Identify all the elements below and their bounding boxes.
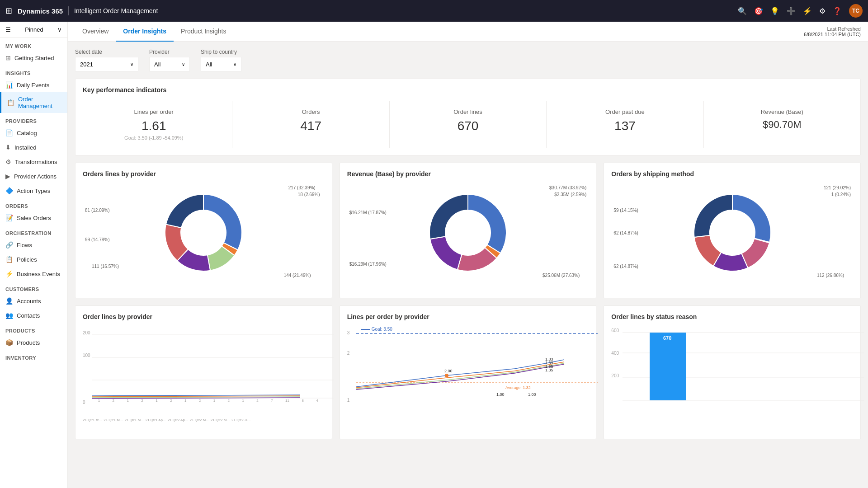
user-avatar[interactable]: TC bbox=[849, 4, 863, 18]
line-chart-2-area: Goal: 3.50 3 2 1 bbox=[347, 326, 589, 416]
date-dropdown-icon: ∨ bbox=[130, 62, 133, 67]
last-refreshed: Last Refreshed 6/8/2021 11:04 PM (UTC) bbox=[804, 26, 861, 37]
accounts-icon: 👤 bbox=[5, 297, 13, 305]
line-chart-1-svg bbox=[92, 328, 334, 405]
policies-label: Policies bbox=[17, 256, 37, 263]
sidebar-item-daily-events[interactable]: 📊 Daily Events bbox=[0, 78, 67, 92]
daily-events-icon: 📊 bbox=[5, 81, 13, 89]
help-icon[interactable]: 💡 bbox=[770, 7, 779, 15]
installed-label: Installed bbox=[14, 144, 36, 151]
tab-overview[interactable]: Overview bbox=[75, 22, 116, 42]
layout: ☰ Pinned ∨ My work ⊞ Getting Started Ins… bbox=[0, 22, 868, 488]
sidebar-item-provider-actions[interactable]: ▶ Provider Actions bbox=[0, 169, 67, 183]
accounts-label: Accounts bbox=[17, 298, 41, 305]
sidebar-item-order-management[interactable]: 📋 Order Management bbox=[0, 92, 67, 113]
sidebar-item-action-types[interactable]: 🔷 Action Types bbox=[0, 183, 67, 198]
question-icon[interactable]: ❓ bbox=[833, 7, 842, 15]
svg-text:670: 670 bbox=[663, 335, 671, 341]
chart-lines-per-order-provider: Lines per order by provider Goal: 3.50 3… bbox=[340, 305, 597, 439]
svg-text:1.35: 1.35 bbox=[545, 368, 553, 372]
getting-started-label: Getting Started bbox=[14, 55, 54, 61]
kpi-order-past-due: Order past due 137 bbox=[547, 101, 703, 148]
donut3-label-2: 1 (0.24%) bbox=[831, 192, 851, 197]
sidebar-item-accounts[interactable]: 👤 Accounts bbox=[0, 294, 67, 308]
kpi-title: Key performance indicators bbox=[75, 86, 860, 101]
search-icon[interactable]: 🔍 bbox=[738, 7, 747, 15]
main-content: Overview Order Insights Product Insights… bbox=[68, 22, 868, 488]
sidebar-item-business-events[interactable]: ⚡ Business Events bbox=[0, 267, 67, 281]
bar-chart-area: 600 400 200 670 bbox=[611, 326, 853, 416]
chart-revenue-by-provider: Revenue (Base) by provider $30.77M (33.9… bbox=[340, 163, 597, 298]
content-area: Select date 2021 ∨ Provider All ∨ Ship t… bbox=[68, 42, 868, 488]
svg-point-6 bbox=[445, 374, 448, 377]
transformations-label: Transformations bbox=[15, 159, 57, 165]
donut2-label-2: $2.35M (2.59%) bbox=[554, 192, 586, 197]
filter-icon[interactable]: ⚡ bbox=[803, 7, 812, 15]
svg-text:2.00: 2.00 bbox=[444, 369, 453, 373]
provider-actions-label: Provider Actions bbox=[14, 173, 57, 180]
tab-order-insights[interactable]: Order Insights bbox=[116, 22, 174, 42]
kpi-order-lines: Order lines 670 bbox=[390, 101, 547, 148]
filter-provider-value: All bbox=[154, 61, 160, 68]
donut3-label-3: 59 (14.15%) bbox=[613, 208, 638, 213]
nav-icons: 🔍 🎯 💡 ➕ ⚡ ⚙ ❓ TC bbox=[738, 4, 863, 18]
flows-icon: 🔗 bbox=[5, 241, 13, 249]
products-label: Products bbox=[17, 339, 40, 346]
chart-order-lines-status: Order lines by status reason 600 400 200 bbox=[604, 305, 861, 439]
provider-actions-icon: ▶ bbox=[5, 173, 10, 180]
hamburger-icon[interactable]: ☰ bbox=[5, 26, 11, 33]
chart-order-lines-provider: Order lines by provider 200 100 0 bbox=[75, 305, 332, 439]
sidebar-item-installed[interactable]: ⬇ Installed bbox=[0, 140, 67, 155]
getting-started-icon: ⊞ bbox=[5, 54, 11, 61]
last-refreshed-label: Last Refreshed bbox=[804, 26, 861, 32]
donut1-label-4: 99 (14.78%) bbox=[85, 237, 109, 242]
filter-provider-select[interactable]: All ∨ bbox=[149, 57, 190, 71]
y-label-200: 200 bbox=[83, 330, 90, 335]
donut2-label-3: $16.21M (17.87%) bbox=[349, 210, 387, 215]
flows-label: Flows bbox=[17, 242, 32, 249]
sidebar-item-contacts[interactable]: 👥 Contacts bbox=[0, 308, 67, 323]
settings-icon[interactable]: ⚙ bbox=[819, 7, 826, 15]
section-customers: Customers bbox=[0, 281, 67, 294]
app-title: Intelligent Order Management bbox=[74, 7, 158, 14]
action-types-label: Action Types bbox=[17, 188, 50, 194]
tab-product-insights[interactable]: Product Insights bbox=[174, 22, 233, 42]
donut1-label-2: 18 (2.69%) bbox=[298, 192, 320, 197]
y-label-3: 3 bbox=[347, 330, 350, 335]
y-label-2: 2 bbox=[347, 351, 350, 356]
target-icon[interactable]: 🎯 bbox=[754, 7, 763, 15]
tabs-bar: Overview Order Insights Product Insights… bbox=[68, 22, 868, 42]
sidebar-item-transformations[interactable]: ⚙ Transformations bbox=[0, 155, 67, 169]
sidebar-item-sales-orders[interactable]: 📝 Sales Orders bbox=[0, 211, 67, 225]
pinned-label: Pinned bbox=[25, 26, 43, 33]
sidebar-item-products[interactable]: 📦 Products bbox=[0, 335, 67, 350]
last-refreshed-value: 6/8/2021 11:04 PM (UTC) bbox=[804, 32, 861, 37]
y-label-0: 0 bbox=[83, 400, 85, 405]
section-insights: Insights bbox=[0, 65, 67, 78]
ship-dropdown-icon: ∨ bbox=[233, 62, 236, 67]
chart-orders-lines-by-provider: Orders lines by provider 217 (32.39%) 18… bbox=[75, 163, 332, 298]
y-label-1: 1 bbox=[347, 398, 350, 403]
filter-date-value: 2021 bbox=[80, 61, 93, 68]
donut3-label-1: 121 (29.02%) bbox=[824, 185, 851, 190]
contacts-icon: 👥 bbox=[5, 312, 13, 319]
line-chart-1-area: 200 100 0 bbox=[83, 326, 325, 416]
filter-ship-label: Ship to country bbox=[201, 49, 241, 55]
bar-chart-svg: 670 bbox=[623, 328, 864, 405]
sidebar-item-catalog[interactable]: 📄 Catalog bbox=[0, 126, 67, 140]
sidebar-item-policies[interactable]: 📋 Policies bbox=[0, 252, 67, 267]
section-providers: Providers bbox=[0, 113, 67, 126]
filter-date-select[interactable]: 2021 ∨ bbox=[75, 57, 138, 71]
filter-date-group: Select date 2021 ∨ bbox=[75, 49, 138, 71]
provider-dropdown-icon: ∨ bbox=[182, 62, 185, 67]
section-inventory: Inventory bbox=[0, 350, 67, 362]
action-types-icon: 🔷 bbox=[5, 187, 13, 194]
donut2-label-1: $30.77M (33.92%) bbox=[549, 185, 586, 190]
filter-ship-select[interactable]: All ∨ bbox=[201, 57, 241, 71]
sidebar-item-flows[interactable]: 🔗 Flows bbox=[0, 238, 67, 252]
waffle-icon[interactable]: ⊞ bbox=[5, 6, 12, 16]
chevron-down-icon[interactable]: ∨ bbox=[57, 26, 62, 33]
donut1-label-1: 217 (32.39%) bbox=[288, 185, 316, 190]
sidebar-item-getting-started[interactable]: ⊞ Getting Started bbox=[0, 51, 67, 65]
add-icon[interactable]: ➕ bbox=[787, 7, 796, 15]
